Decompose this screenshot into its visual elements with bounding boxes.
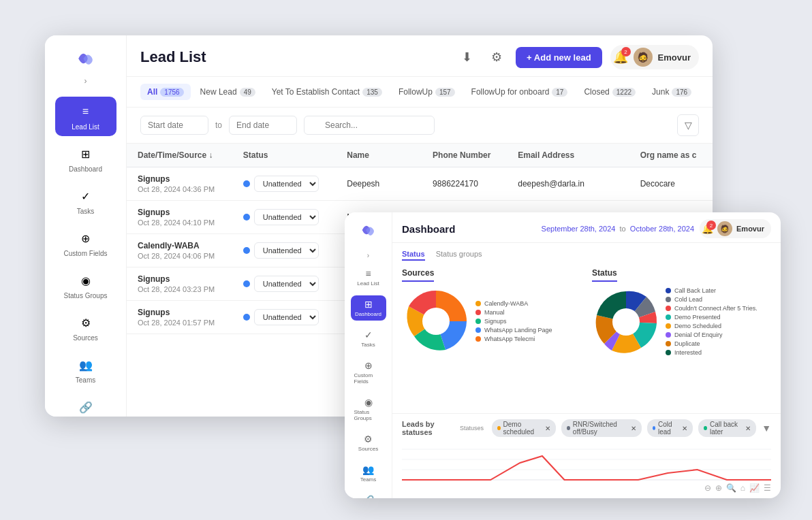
legend-item: Signups — [475, 318, 552, 325]
legend-item: Cold Lead — [666, 296, 758, 303]
line-chart-svg — [402, 442, 771, 483]
tab-status[interactable]: Status — [402, 250, 425, 261]
collapse-button[interactable]: ▼ — [762, 423, 771, 434]
status-select[interactable]: Unattended — [254, 176, 319, 192]
dash-nav-teams[interactable]: 👥 Teams — [351, 461, 386, 486]
settings-button[interactable]: ⚙ — [486, 46, 507, 68]
dash-notification-icon[interactable]: 🔔 2 — [702, 223, 713, 234]
status-select[interactable]: Unattended — [254, 242, 319, 259]
dash-nav-label: Custom Fields — [354, 372, 383, 385]
search-wrapper: 🔍 — [304, 116, 670, 135]
sidebar-item-tasks[interactable]: ✓ Tasks — [55, 181, 116, 221]
legend-item: Couldn't Connect After 5 Tries. — [666, 305, 758, 312]
start-date-input[interactable] — [140, 116, 208, 135]
dashboard-content: Status Status groups Sources — [392, 243, 781, 413]
chip-close[interactable]: ✕ — [745, 425, 751, 432]
chip-close[interactable]: ✕ — [631, 425, 636, 432]
tab-followup[interactable]: FollowUp 157 — [392, 84, 462, 100]
sidebar-item-teams[interactable]: 👥 Teams — [55, 350, 116, 389]
status-select[interactable]: Unattended — [254, 309, 319, 325]
col-date[interactable]: Date/Time/Source ↓ — [127, 144, 232, 167]
dash-nav-tasks[interactable]: ✓ Tasks — [351, 326, 386, 351]
dash-user-name: Emovur — [736, 225, 764, 233]
sidebar-item-custom-fields[interactable]: ⊕ Custom Fields — [55, 223, 116, 263]
cell-status: Unattended — [232, 301, 336, 334]
chip-label: Call back later — [710, 421, 743, 436]
sources-pie-chart — [402, 287, 470, 355]
filter-tabs: All 1756 New Lead 49 Yet To Establish Co… — [127, 77, 713, 108]
legend-item: Demo Scheduled — [666, 323, 758, 329]
legend-dot — [475, 336, 481, 342]
filter-icon: ▽ — [685, 120, 692, 131]
user-info: 🔔 2 🧔 Emovur — [610, 45, 699, 69]
filter-button[interactable]: ▽ — [677, 114, 699, 136]
tab-yet-to-establish[interactable]: Yet To Establish Contact 135 — [265, 84, 389, 100]
sidebar-item-dashboard[interactable]: ⊞ Dashboard — [55, 139, 116, 178]
col-status[interactable]: Status — [232, 144, 336, 167]
gear-icon: ⚙ — [491, 50, 502, 65]
dash-nav-dashboard[interactable]: ⊞ Dashboard — [351, 295, 386, 321]
legend-item: Denial Of Enquiry — [666, 331, 758, 338]
sidebar-item-status-groups[interactable]: ◉ Status Groups — [55, 265, 116, 305]
tab-new-lead[interactable]: New Lead 49 — [193, 84, 262, 100]
status-legend: Call Back Later Cold Lead Couldn't Conne… — [666, 287, 758, 356]
status-chip-callback: Call back later ✕ — [698, 419, 756, 437]
add-lead-button[interactable]: + Add new lead — [516, 47, 602, 68]
sidebar-item-webhooks[interactable]: 🔗 Webhooks — [55, 392, 116, 417]
sidebar-item-sources[interactable]: ⚙ Sources — [55, 308, 116, 347]
legend-label: WhatsApp Telecmi — [484, 336, 535, 342]
legend-dot — [666, 288, 671, 293]
col-name[interactable]: Name — [336, 144, 422, 167]
legend-dot — [475, 319, 481, 324]
end-date-input[interactable] — [229, 116, 297, 135]
notification-icon[interactable]: 🔔 2 — [613, 50, 628, 65]
status-select[interactable]: Unattended — [254, 209, 319, 225]
download-button[interactable]: ⬇ — [456, 46, 478, 68]
dash-nav-sources[interactable]: ⚙ Sources — [351, 430, 386, 455]
chip-close[interactable]: ✕ — [682, 425, 687, 432]
home-icon[interactable]: ⌂ — [740, 483, 745, 493]
dash-nav-webhooks[interactable]: 🔗 Webhooks — [351, 491, 386, 498]
search-input[interactable] — [304, 116, 435, 135]
sources-legend: Calendly-WABA Manual Signups — [475, 300, 552, 342]
tab-status-groups[interactable]: Status groups — [436, 250, 482, 261]
chip-close[interactable]: ✕ — [545, 425, 550, 432]
dash-nav-custom-fields[interactable]: ⊕ Custom Fields — [351, 357, 386, 388]
zoom-out-icon[interactable]: ⊖ — [704, 483, 711, 493]
zoom-in-icon[interactable]: ⊕ — [715, 483, 722, 493]
legend-label: Manual — [484, 309, 505, 316]
tab-junk[interactable]: Junk 176 — [645, 84, 698, 100]
chip-dot — [704, 426, 707, 430]
legend-dot — [666, 306, 671, 311]
legend-dot — [475, 310, 481, 315]
tab-followup-onboard[interactable]: FollowUp for onboard 17 — [465, 84, 575, 100]
chart-icon[interactable]: 📈 — [749, 483, 760, 493]
status-select[interactable]: Unattended — [254, 276, 319, 292]
col-email[interactable]: Email Address — [507, 144, 629, 167]
chip-dot — [497, 426, 501, 430]
status-chart-title: Status — [592, 268, 617, 282]
dash-nav-lead-list[interactable]: ≡ Lead List — [351, 265, 386, 290]
dash-date-range: September 28th, 2024 to October 28th, 20… — [542, 225, 694, 233]
sidebar-item-lead-list[interactable]: ≡ Lead List — [55, 97, 116, 136]
tab-all[interactable]: All 1756 — [140, 84, 191, 100]
dash-nav-label: Tasks — [361, 342, 375, 348]
status-dot — [243, 280, 250, 287]
cell-status: Unattended — [232, 267, 336, 301]
sources-chart-title: Sources — [402, 268, 434, 282]
sidebar-item-label: Dashboard — [69, 165, 102, 173]
tab-followup-count: 157 — [435, 88, 455, 97]
col-phone[interactable]: Phone Number — [422, 144, 507, 167]
col-org[interactable]: Org name as c — [629, 144, 713, 167]
tab-closed[interactable]: Closed 1222 — [577, 84, 642, 100]
dash-nav-label: Lead List — [357, 280, 379, 287]
search-chart-icon[interactable]: 🔍 — [726, 483, 736, 493]
dash-logo — [359, 221, 378, 242]
tab-junk-count: 176 — [672, 88, 691, 97]
legend-dot — [666, 297, 671, 302]
dashboard-window: › ≡ Lead List ⊞ Dashboard ✓ Tasks ⊕ Cust… — [345, 212, 781, 498]
cell-status: Unattended — [232, 234, 336, 267]
dash-nav-status-groups[interactable]: ◉ Status Groups — [351, 393, 386, 425]
charts-row: Sources — [402, 266, 771, 356]
menu-icon[interactable]: ☰ — [764, 483, 771, 493]
